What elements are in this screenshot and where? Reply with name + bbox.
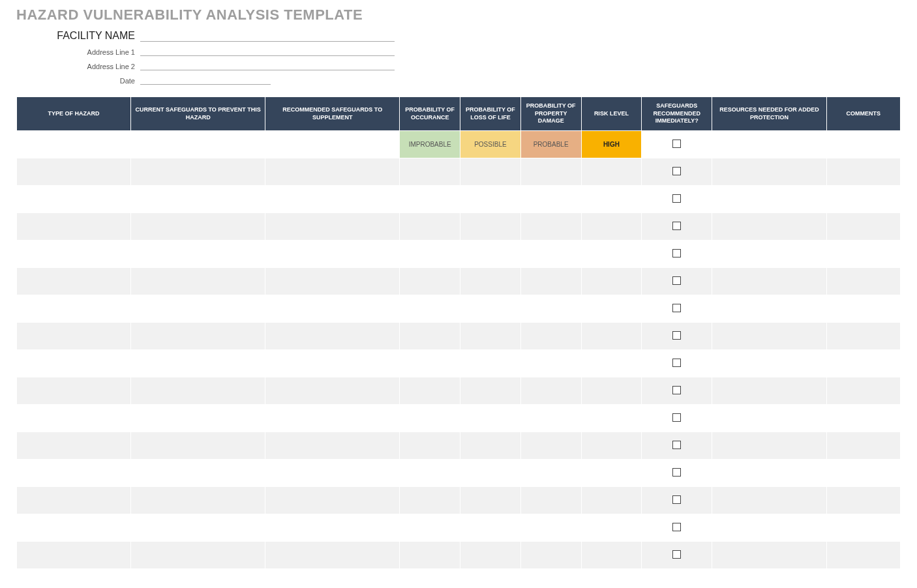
checkbox-icon[interactable] [672, 194, 681, 203]
cell-safeguard-checkbox[interactable] [642, 295, 712, 323]
cell-prob-occur[interactable] [400, 377, 460, 405]
checkbox-icon[interactable] [672, 468, 681, 477]
cell-resources[interactable] [712, 514, 826, 542]
cell-type[interactable] [17, 405, 131, 432]
cell-current[interactable] [131, 241, 265, 268]
cell-resources[interactable] [712, 405, 826, 432]
cell-prob-damage[interactable] [520, 213, 581, 241]
cell-prob-loss[interactable] [460, 268, 521, 295]
cell-resources[interactable] [712, 131, 826, 158]
cell-recommended[interactable] [265, 542, 400, 569]
cell-type[interactable] [17, 158, 131, 186]
cell-comments[interactable] [826, 213, 900, 241]
cell-safeguard-checkbox[interactable] [642, 131, 712, 158]
cell-prob-occur[interactable] [400, 405, 460, 432]
cell-type[interactable] [17, 350, 131, 377]
cell-risk[interactable]: HIGH [581, 131, 642, 158]
cell-risk[interactable] [581, 487, 642, 514]
cell-prob-damage[interactable] [520, 432, 581, 460]
checkbox-icon[interactable] [672, 550, 681, 559]
cell-recommended[interactable] [265, 432, 400, 460]
cell-prob-loss[interactable] [460, 158, 521, 186]
cell-resources[interactable] [712, 350, 826, 377]
cell-risk[interactable] [581, 377, 642, 405]
cell-recommended[interactable] [265, 460, 400, 487]
cell-recommended[interactable] [265, 487, 400, 514]
cell-type[interactable] [17, 377, 131, 405]
cell-safeguard-checkbox[interactable] [642, 158, 712, 186]
cell-prob-damage[interactable] [520, 542, 581, 569]
cell-prob-loss[interactable] [460, 241, 521, 268]
cell-risk[interactable] [581, 350, 642, 377]
cell-risk[interactable] [581, 158, 642, 186]
checkbox-icon[interactable] [672, 495, 681, 504]
cell-prob-loss[interactable]: POSSIBLE [460, 131, 521, 158]
cell-type[interactable] [17, 241, 131, 268]
cell-safeguard-checkbox[interactable] [642, 350, 712, 377]
cell-type[interactable] [17, 295, 131, 323]
cell-risk[interactable] [581, 186, 642, 213]
cell-risk[interactable] [581, 323, 642, 350]
cell-type[interactable] [17, 186, 131, 213]
cell-comments[interactable] [826, 514, 900, 542]
cell-resources[interactable] [712, 158, 826, 186]
cell-prob-occur[interactable] [400, 432, 460, 460]
cell-comments[interactable] [826, 460, 900, 487]
cell-safeguard-checkbox[interactable] [642, 213, 712, 241]
cell-resources[interactable] [712, 542, 826, 569]
cell-prob-occur[interactable] [400, 514, 460, 542]
checkbox-icon[interactable] [672, 304, 681, 312]
cell-prob-damage[interactable] [520, 350, 581, 377]
cell-prob-damage[interactable] [520, 405, 581, 432]
cell-current[interactable] [131, 186, 265, 213]
cell-current[interactable] [131, 213, 265, 241]
facility-name-input[interactable] [140, 30, 395, 42]
cell-comments[interactable] [826, 158, 900, 186]
cell-prob-loss[interactable] [460, 432, 521, 460]
cell-prob-damage[interactable] [520, 460, 581, 487]
cell-safeguard-checkbox[interactable] [642, 405, 712, 432]
cell-prob-occur[interactable] [400, 295, 460, 323]
cell-comments[interactable] [826, 323, 900, 350]
cell-prob-occur[interactable] [400, 487, 460, 514]
cell-prob-loss[interactable] [460, 213, 521, 241]
checkbox-icon[interactable] [672, 276, 681, 285]
cell-resources[interactable] [712, 241, 826, 268]
cell-resources[interactable] [712, 186, 826, 213]
checkbox-icon[interactable] [672, 413, 681, 422]
cell-risk[interactable] [581, 295, 642, 323]
cell-prob-damage[interactable] [520, 158, 581, 186]
cell-resources[interactable] [712, 323, 826, 350]
cell-prob-loss[interactable] [460, 487, 521, 514]
cell-prob-damage[interactable] [520, 487, 581, 514]
cell-resources[interactable] [712, 268, 826, 295]
cell-resources[interactable] [712, 377, 826, 405]
cell-comments[interactable] [826, 487, 900, 514]
cell-safeguard-checkbox[interactable] [642, 542, 712, 569]
cell-risk[interactable] [581, 268, 642, 295]
cell-safeguard-checkbox[interactable] [642, 432, 712, 460]
cell-risk[interactable] [581, 213, 642, 241]
cell-resources[interactable] [712, 432, 826, 460]
cell-recommended[interactable] [265, 158, 400, 186]
cell-current[interactable] [131, 405, 265, 432]
checkbox-icon[interactable] [672, 167, 681, 175]
cell-comments[interactable] [826, 241, 900, 268]
cell-current[interactable] [131, 350, 265, 377]
cell-recommended[interactable] [265, 241, 400, 268]
cell-resources[interactable] [712, 295, 826, 323]
cell-current[interactable] [131, 158, 265, 186]
cell-risk[interactable] [581, 460, 642, 487]
cell-prob-damage[interactable] [520, 295, 581, 323]
cell-prob-occur[interactable] [400, 323, 460, 350]
cell-safeguard-checkbox[interactable] [642, 268, 712, 295]
cell-safeguard-checkbox[interactable] [642, 514, 712, 542]
cell-prob-occur[interactable] [400, 460, 460, 487]
checkbox-icon[interactable] [672, 222, 681, 230]
cell-prob-occur[interactable] [400, 158, 460, 186]
cell-prob-loss[interactable] [460, 405, 521, 432]
cell-prob-loss[interactable] [460, 295, 521, 323]
cell-risk[interactable] [581, 241, 642, 268]
cell-safeguard-checkbox[interactable] [642, 377, 712, 405]
cell-type[interactable] [17, 514, 131, 542]
